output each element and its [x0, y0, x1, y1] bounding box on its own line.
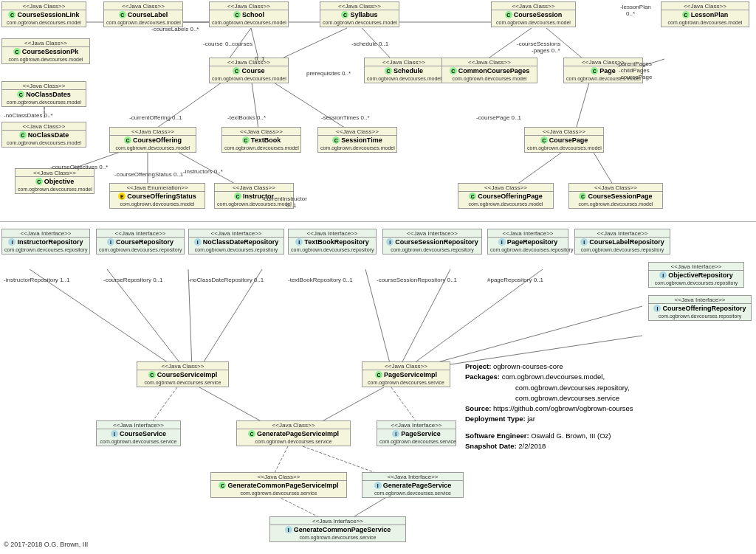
uml-TextBook: <<Java Class>> CTextBook com.ogbrown.dev… — [221, 127, 301, 153]
label-currentOffering: -currentOffering 0..1 — [129, 114, 182, 121]
uml-CourseSession: <<Java Class>> CCourseSession com.ogbrow… — [491, 1, 576, 27]
uml-PageServiceImpl: <<Java Class>> CPageServiceImpl com.ogbr… — [362, 361, 450, 387]
uml-PageService: <<Java Interface>> IPageService com.ogbr… — [377, 420, 456, 446]
info-box: Project: ogbrown-courses-core Packages: … — [465, 361, 746, 451]
uml-GeneratePageService: <<Java Interface>> IGeneratePageService … — [362, 472, 464, 498]
uml-InstructorRepository: <<Java Interface>> IInstructorRepository… — [1, 229, 90, 255]
uml-CourseSessionPk: <<Java Class>> CCourseSessionPk com.ogbr… — [1, 38, 90, 64]
svg-line-32 — [413, 306, 642, 369]
info-deployment: Deployment Type: jar — [465, 414, 746, 424]
label-sessionTimes: -sessionTimes 0..* — [321, 114, 370, 121]
uml-PageRepository: <<Java Interface>> IPageRepository com.o… — [487, 229, 568, 255]
label-coursePage2: -coursePage 0..1 — [476, 114, 521, 121]
uml-GenerateCommonPageServiceImpl: <<Java Class>> CGenerateCommonPageServic… — [210, 472, 347, 498]
svg-line-30 — [399, 269, 450, 369]
label-instructorRepo: -instructorRepository 1..1 — [4, 277, 69, 283]
svg-line-29 — [365, 269, 391, 369]
info-packages3: com.ogbrown.devcourses.service — [515, 393, 746, 404]
uml-Course: <<Java Class>> CCourse com.ogbrown.devco… — [209, 58, 289, 83]
svg-line-19 — [170, 148, 236, 184]
info-project: Project: ogbrown-courses-core — [465, 361, 746, 372]
uml-LessonPlan: <<Java Class>> CLessonPlan com.ogbrown.d… — [661, 1, 749, 27]
label-childPages: -childPages — [619, 67, 650, 74]
uml-CourseService: <<Java Interface>> ICourseService com.og… — [96, 420, 181, 446]
label-textBookRepo: -textBookRepository 0..1 — [288, 277, 353, 283]
uml-CourseRepository: <<Java Interface>> ICourseRepository com… — [96, 229, 185, 255]
uml-School: <<Java Class>> CSchool com.ogbrown.devco… — [209, 1, 289, 27]
svg-line-39 — [303, 446, 384, 476]
svg-line-27 — [188, 269, 192, 369]
uml-NoClassDates: <<Java Class>> CNoClassDates com.ogbrown… — [1, 81, 86, 107]
label-courseSessions: -courseSessions — [517, 41, 560, 47]
info-source: Source: https://github.com/ogbrown/ogbro… — [465, 404, 746, 414]
label-parentPages: -parentPages — [616, 60, 652, 67]
svg-line-21 — [517, 148, 568, 184]
uml-CourseOfferingPage: <<Java Class>> CCourseOfferingPage com.o… — [458, 183, 554, 209]
label-courseSessionRepo: -courseSessionRepository 0..1 — [377, 277, 457, 283]
uml-NoClassDateRepository: <<Java Interface>> INoClassDateRepositor… — [188, 229, 284, 255]
uml-CourseOffering: <<Java Class>> CCourseOffering com.ogbro… — [109, 127, 196, 153]
label-noClassDates: -noClassDates 0..* — [4, 112, 53, 119]
label-prerequisites: prerequisites 0..* — [306, 70, 351, 77]
label-coursePage: -coursePage — [619, 74, 652, 80]
uml-CommonCoursePages: <<Java Class>> CCommonCoursePages com.og… — [441, 58, 537, 83]
info-packages: Packages: com.ogbrown.devcourses.model, — [465, 372, 746, 382]
label-lessonPlan: -lessonPlan — [620, 4, 651, 10]
label-schedule: -schedule 0..1 — [351, 41, 388, 47]
info-engineer: Software Engineer: Oswald G. Brown, III … — [465, 431, 746, 441]
label-noClassDateRepo: -noClassDateRepository 0..1 — [188, 277, 264, 283]
uml-CourseServiceImpl: <<Java Class>> CCourseServiceImpl com.og… — [137, 361, 229, 387]
label-textBooks: -textBooks 0..* — [227, 114, 266, 121]
label-pageRepo: #pageRepository 0..1 — [487, 277, 543, 283]
label-instructors: -instructors 0..* — [183, 168, 223, 175]
label-pages: -pages 0..* — [532, 47, 560, 54]
uml-CourseOfferingRepository: <<Java Interface>> ICourseOfferingReposi… — [648, 295, 752, 321]
separator — [0, 221, 756, 222]
svg-line-6 — [155, 77, 229, 129]
copyright: © 2017-2018 O.G. Brown, III — [4, 541, 88, 548]
svg-line-22 — [591, 148, 613, 184]
svg-line-38 — [273, 446, 288, 476]
uml-CourseLabelRepository: <<Java Interface>> ICourseLabelRepositor… — [574, 229, 670, 255]
uml-CoursePage: <<Java Class>> CCoursePage com.ogbrown.d… — [524, 127, 604, 153]
svg-line-26 — [107, 269, 185, 369]
info-packages2: com.ogbrown.devcourses.repository, — [515, 383, 746, 393]
svg-line-12 — [576, 77, 591, 129]
uml-SessionTime: <<Java Class>> CSessionTime com.ogbrown.… — [317, 127, 397, 153]
uml-GeneratePageServiceImpl: <<Java Class>> CGeneratePageServiceImpl … — [236, 420, 351, 446]
uml-CourseLabel: <<Java Class>> CCourseLabel com.ogbrown.… — [103, 1, 183, 27]
label-currentInstructor: -currentInstructor — [262, 195, 307, 202]
svg-line-31 — [406, 269, 543, 369]
label-courseObjectives: -courseObjectives 0..* — [50, 164, 108, 170]
uml-CourseSessionRepository: <<Java Interface>> ICourseSessionReposit… — [382, 229, 482, 255]
uml-Objective: <<Java Class>> CObjective com.ogbrown.de… — [15, 168, 94, 194]
svg-line-7 — [251, 77, 258, 129]
svg-line-25 — [30, 269, 177, 369]
label-courseLabels: -courseLabels 0..* — [151, 26, 199, 32]
uml-CourseOfferingStatus: <<Java Enumeration>> ECourseOfferingStat… — [109, 183, 205, 209]
info-snapshot: Snapshot Date: 2/2/2018 — [465, 441, 746, 451]
uml-CourseSessionPage: <<Java Class>> CCourseSessionPage com.og… — [568, 183, 663, 209]
label-courseOfferingStatus: -courseOfferingStatus 0..1 — [114, 171, 183, 178]
svg-line-28 — [199, 269, 262, 369]
uml-ObjectiveRepository: <<Java Interface>> IObjectiveRepository … — [648, 262, 744, 288]
uml-TextBookRepository: <<Java Interface>> ITextBookRepository c… — [288, 229, 377, 255]
label-course: -course — [203, 41, 223, 47]
uml-Syllabus: <<Java Class>> CSyllabus com.ogbrown.dev… — [320, 1, 399, 27]
label-currentInstructor2: 0..1 — [286, 202, 296, 209]
label-courseNum: 0..1 — [255, 55, 264, 62]
label-lessonPlan2: 0..* — [626, 10, 635, 17]
label-courses: 0..courses — [225, 41, 252, 47]
uml-NoClassDate: <<Java Class>> CNoClassDate com.ogbrown.… — [1, 122, 86, 148]
uml-Schedule: <<Java Class>> CSchedule com.ogbrown.dev… — [364, 58, 444, 83]
uml-GenerateCommonPageService: <<Java Interface>> IGenerateCommonPageSe… — [269, 516, 406, 542]
label-courseRepo: -courseRepository 0..1 — [103, 277, 162, 283]
svg-line-5 — [281, 28, 347, 59]
uml-CourseSessionLink: <<Java Class>> CCourseSessionLink com.og… — [1, 1, 86, 27]
diagram-container: <<Java Class>> CCourseSessionLink com.og… — [0, 0, 756, 554]
svg-line-8 — [266, 77, 347, 129]
